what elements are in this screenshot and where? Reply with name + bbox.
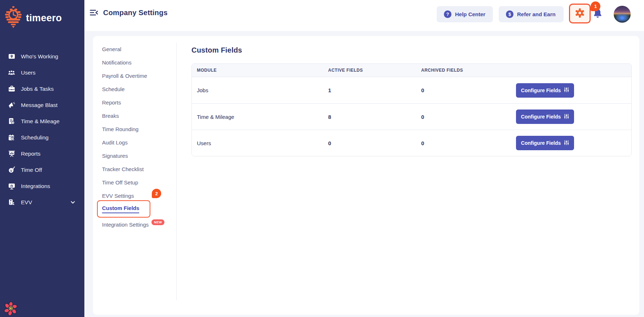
topbar: Company Settings ? Help Center $ Refer a… [84,0,644,31]
timeero-logo-icon [5,6,22,30]
sidebar-item-users[interactable]: Users [0,64,84,81]
timeero-logo[interactable]: timeero [5,6,62,30]
active-fields-cell: 1 [323,87,416,93]
archived-fields-cell: 0 [416,87,511,93]
settings-item-time-rounding[interactable]: Time Rounding [93,122,176,136]
sidebar-item-label: Users [21,70,35,76]
app-root: timeero Who's Working Users Jobs & Tasks [0,0,644,317]
sidebar-item-label: Integrations [21,183,50,189]
settings-item-general[interactable]: General [93,43,176,56]
sidebar-item-jobs-tasks[interactable]: Jobs & Tasks [0,81,84,97]
column-header-archived-fields: ARCHIVED FIELDS [416,64,511,77]
custom-fields-table: MODULE ACTIVE FIELDS ARCHIVED FIELDS Job… [191,63,632,156]
settings-item-schedule[interactable]: Schedule [93,82,176,96]
map-pin-icon [8,53,16,61]
page-title: Company Settings [103,9,168,17]
sidebar-item-label: Scheduling [21,134,49,141]
settings-item-evv-settings[interactable]: EVV Settings 2 [93,189,176,202]
chevron-down-icon[interactable] [71,201,75,204]
sidebar-item-time-off[interactable]: Time Off [0,162,84,178]
active-fields-cell: 8 [323,114,416,120]
document-clock-icon [8,117,16,125]
sidebar-item-time-mileage[interactable]: Time & Mileage [0,113,84,129]
monitor-icon [8,182,16,190]
sidebar-item-label: Who's Working [21,53,58,60]
sidebar-item-label: Time & Mileage [21,118,59,125]
settings-item-time-off-setup[interactable]: Time Off Setup [93,176,176,189]
module-cell: Users [192,140,323,146]
sidebar-item-scheduling[interactable]: Scheduling [0,129,84,146]
settings-gear-button[interactable] [569,4,591,23]
presentation-icon [8,150,16,158]
bell-icon [593,14,603,20]
notification-count-badge: 1 [591,1,600,11]
sidebar-item-label: Jobs & Tasks [21,86,54,92]
sidebar-item-label: Message Blast [21,102,58,108]
sidebar-item-label: EVV [21,199,32,206]
module-cell: Time & Mileage [192,114,323,120]
sidebar: timeero Who's Working Users Jobs & Tasks [0,0,84,317]
settings-item-breaks[interactable]: Breaks [93,109,176,122]
flower-icon[interactable] [4,302,18,317]
column-header-actions [511,64,631,77]
action-cell: Configure Fields [511,110,631,124]
briefcase-icon [8,85,16,93]
settings-nav: General Notifications Payroll & Overtime… [93,43,177,300]
sidebar-item-reports[interactable]: Reports [0,146,84,162]
sliders-icon [564,140,569,146]
help-center-label: Help Center [455,11,485,17]
action-cell: Configure Fields [511,136,631,150]
settings-item-payroll-overtime[interactable]: Payroll & Overtime [93,69,176,82]
sliders-icon [564,87,569,93]
active-fields-cell: 0 [323,140,416,146]
sidebar-item-whos-working[interactable]: Who's Working [0,48,84,64]
brand-name: timeero [26,13,62,24]
column-header-module: MODULE [192,64,323,77]
sliders-icon [564,114,569,120]
user-avatar[interactable] [614,6,631,23]
sidebar-item-label: Reports [21,151,40,157]
refer-and-earn-label: Refer and Earn [517,11,556,17]
sidebar-item-message-blast[interactable]: Message Blast [0,97,84,113]
settings-item-notifications[interactable]: Notifications [93,56,176,69]
custom-fields-content: Custom Fields MODULE ACTIVE FIELDS ARCHI… [177,36,639,315]
sidebar-nav: Who's Working Users Jobs & Tasks Message… [0,48,84,210]
table-row-users: Users 0 0 Configure Fields [192,130,631,156]
module-cell: Jobs [192,87,323,93]
configure-fields-button-time-mileage[interactable]: Configure Fields [516,110,574,124]
sidebar-item-integrations[interactable]: Integrations [0,178,84,194]
settings-item-audit-logs[interactable]: Audit Logs [93,136,176,149]
configure-fields-button-jobs[interactable]: Configure Fields [516,83,574,98]
settings-item-custom-fields[interactable]: Custom Fields [93,202,176,216]
users-icon [8,69,16,77]
table-row-jobs: Jobs 1 0 Configure Fields [192,77,631,103]
action-cell: Configure Fields [511,83,631,98]
gear-icon [574,8,585,20]
calendar-icon [8,134,16,142]
sidebar-item-evv[interactable]: EVV [0,194,84,210]
settings-item-tracker-checklist[interactable]: Tracker Checklist [93,162,176,176]
settings-item-signatures[interactable]: Signatures [93,149,176,162]
settings-item-reports[interactable]: Reports [93,96,176,109]
question-icon: ? [444,10,451,18]
settings-item-integration-settings[interactable]: Integration Settings NEW [93,218,176,231]
evv-settings-count-badge: 2 [152,189,161,198]
settings-card: General Notifications Payroll & Overtime… [93,36,639,315]
collapse-sidebar-icon[interactable] [90,9,98,17]
column-header-active-fields: ACTIVE FIELDS [323,64,416,77]
archived-fields-cell: 0 [416,140,511,146]
table-header-row: MODULE ACTIVE FIELDS ARCHIVED FIELDS [192,64,631,77]
sleep-face-icon [8,166,16,174]
refer-and-earn-button[interactable]: $ Refer and Earn [499,6,564,22]
content-heading: Custom Fields [191,46,639,54]
help-center-button[interactable]: ? Help Center [437,6,493,22]
megaphone-icon [8,101,16,109]
archived-fields-cell: 0 [416,114,511,120]
dollar-icon: $ [506,10,513,18]
id-badge-icon [8,198,16,206]
table-row-time-mileage: Time & Mileage 8 0 Configure Fields [192,103,631,130]
configure-fields-button-users[interactable]: Configure Fields [516,136,574,150]
sidebar-item-label: Time Off [21,167,42,173]
new-badge: NEW [151,219,164,225]
